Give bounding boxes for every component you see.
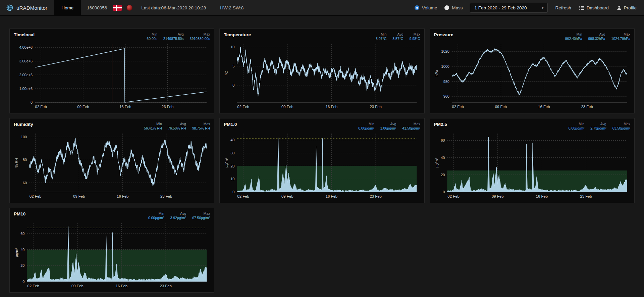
y-axis-unit-label: µg/m³: [224, 158, 228, 168]
stat-min-value: 60.00s: [147, 37, 157, 41]
y-tick-label: 40: [441, 156, 445, 160]
stat-max-value: 67.50µg/m³: [192, 216, 210, 220]
stat-max-value: 9.98°C: [409, 37, 420, 41]
stat-max-value: 63.50µg/m³: [612, 126, 630, 130]
chart-panel: Timelocal Min Avg Max 60.00s 2149875.50s…: [9, 29, 214, 113]
stat-min-label: Min: [148, 211, 164, 215]
chart-title: Humidity: [14, 122, 33, 127]
stat-max-label: Max: [402, 122, 420, 126]
stat-min-label: Min: [569, 122, 585, 126]
chart-panel-header: Timelocal Min Avg Max 60.00s 2149875.50s…: [14, 32, 210, 41]
chart-canvas[interactable]: 020406002 Feb09 Feb16 Feb23 Febµg/m³: [434, 131, 630, 200]
series-line: [29, 138, 207, 186]
y-tick-label: 20: [20, 263, 24, 267]
stat-max-value: 98.75% RH: [192, 126, 210, 130]
last-data-text: Last data:06-Mar-2020 20:10:28: [141, 5, 206, 10]
stat-min-label: Min: [144, 122, 162, 126]
stat-min-label: Min: [565, 32, 582, 36]
stat-min-label: Min: [358, 122, 374, 126]
chart-canvas[interactable]: 01.00e+62.00e+63.00e+64.00e+602 Feb09 Fe…: [14, 41, 210, 110]
charts-grid: Timelocal Min Avg Max 60.00s 2149875.50s…: [0, 16, 644, 293]
dashboard-button[interactable]: Dashboard: [579, 5, 609, 10]
x-tick-label: 23 Feb: [370, 194, 382, 198]
status-dot-icon: [126, 5, 132, 11]
refresh-button[interactable]: Refresh: [555, 5, 571, 10]
stat-min-value: 0.00µg/m³: [148, 216, 164, 220]
chart-panel: Temperature Min Avg Max -3.07°C 3.57°C 9…: [219, 29, 424, 113]
stat-min-label: Min: [147, 32, 157, 36]
radio-selected-icon: [415, 5, 419, 10]
stat-avg-label: Avg: [168, 122, 186, 126]
profile-button-label: Profile: [624, 5, 637, 10]
stat-min-value: -3.07°C: [375, 37, 387, 41]
stat-avg-value: 2149875.50s: [163, 37, 184, 41]
stat-max-label: Max: [611, 32, 630, 36]
volume-radio[interactable]: Volume: [415, 5, 437, 10]
brand-title: uRADMonitor: [16, 5, 47, 11]
x-tick-label: 23 Feb: [160, 284, 171, 288]
date-range-value: 1 Feb 2020 - 29 Feb 2020: [474, 5, 527, 10]
chart-stats: Min Avg Max -3.07°C 3.57°C 9.98°C: [375, 32, 420, 41]
stat-avg-label: Avg: [163, 32, 184, 36]
chart-canvas[interactable]: 9609801000102002 Feb09 Feb16 Feb23 FebhP…: [434, 41, 630, 110]
date-range-select[interactable]: 1 Feb 2020 - 29 Feb 2020 ▾: [470, 3, 548, 13]
profile-button[interactable]: Profile: [617, 5, 637, 10]
device-id[interactable]: 16000056: [87, 5, 107, 10]
x-tick-label: 02 Feb: [27, 284, 39, 288]
stat-min-value: 0.00µg/m³: [569, 126, 585, 130]
chart-title: PM10: [14, 211, 25, 216]
y-tick-label: 80: [23, 158, 27, 162]
mass-radio-label: Mass: [452, 5, 463, 10]
y-tick-label: 1000: [441, 64, 449, 68]
stat-avg-label: Avg: [380, 122, 396, 126]
stat-max-value: 3910380.00s: [190, 37, 210, 41]
y-axis-unit-label: % RH: [14, 158, 18, 168]
chart-title: Timelocal: [14, 32, 35, 37]
x-tick-label: 16 Feb: [326, 105, 337, 109]
stat-avg-label: Avg: [170, 211, 186, 215]
chart-canvas[interactable]: 051002 Feb09 Feb16 Feb23 Feb°C: [224, 41, 420, 110]
chart-canvas[interactable]: 01020304002 Feb09 Feb16 Feb23 Febµg/m³: [224, 131, 420, 200]
y-tick-label: 0: [31, 100, 33, 104]
stat-max-value: 1024.79hPa: [611, 37, 630, 41]
y-axis-unit-label: hPa: [435, 69, 439, 76]
radio-unselected-icon: [444, 5, 449, 10]
chart-canvas[interactable]: 020406002 Feb09 Feb16 Feb23 Febµg/m³: [14, 220, 210, 290]
stat-avg-value: 1.06µg/m³: [380, 126, 396, 130]
y-tick-label: 1020: [441, 49, 449, 53]
stat-avg-label: Avg: [392, 32, 403, 36]
x-tick-label: 23 Feb: [581, 105, 593, 109]
chart-canvas[interactable]: 608010002 Feb09 Feb16 Feb23 Feb% RH: [14, 131, 210, 200]
chart-panel-header: PM10 Min Avg Max 0.00µg/m³ 3.92µg/m³ 67.…: [14, 211, 210, 220]
x-tick-label: 02 Feb: [452, 105, 464, 109]
x-tick-label: 02 Feb: [237, 194, 249, 198]
y-tick-label: 20: [441, 173, 445, 177]
y-tick-label: 1.00e+6: [19, 87, 33, 91]
y-tick-label: 3.00e+6: [19, 59, 33, 63]
stat-min-label: Min: [375, 32, 387, 36]
x-tick-label: 09 Feb: [281, 194, 293, 198]
chart-title: Pressure: [434, 32, 453, 37]
series-line: [451, 48, 627, 95]
hw-sw-text: HW:2 SW:8: [220, 5, 244, 10]
x-tick-label: 09 Feb: [73, 194, 85, 198]
y-tick-label: 40: [231, 138, 235, 142]
y-axis-unit-label: µg/m³: [435, 158, 439, 168]
chart-stats: Min Avg Max 0.00µg/m³ 1.06µg/m³ 41.50µg/…: [358, 122, 420, 130]
stat-max-label: Max: [192, 211, 210, 215]
y-tick-label: 5: [233, 64, 235, 68]
x-tick-label: 09 Feb: [77, 105, 89, 109]
y-tick-label: 60: [20, 232, 24, 236]
x-tick-label: 16 Feb: [119, 105, 131, 109]
y-tick-label: 0: [233, 83, 235, 87]
chart-stats: Min Avg Max 0.00µg/m³ 3.92µg/m³ 67.50µg/…: [148, 211, 210, 220]
y-tick-label: 0: [443, 190, 445, 194]
volume-radio-label: Volume: [422, 5, 437, 10]
y-tick-label: 100: [21, 135, 27, 139]
series-line: [35, 49, 207, 102]
stat-avg-value: 3.92µg/m³: [170, 216, 186, 220]
series-line: [237, 47, 417, 97]
y-tick-label: 960: [443, 94, 449, 98]
mass-radio[interactable]: Mass: [444, 5, 463, 10]
tab-home[interactable]: Home: [54, 0, 81, 16]
